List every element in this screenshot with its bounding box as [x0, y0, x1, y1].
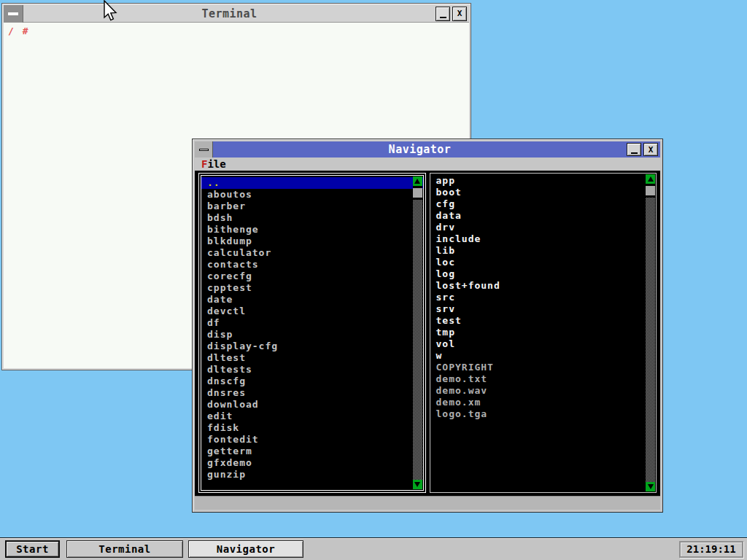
system-menu-icon — [199, 149, 209, 151]
file-item[interactable]: dltest — [201, 352, 423, 364]
menu-item-file[interactable]: File — [201, 158, 226, 170]
right-file-pane[interactable]: appbootcfgdatadrvincludeliblocloglost+fo… — [430, 173, 657, 493]
file-item[interactable]: fontedit — [201, 434, 423, 446]
left-file-pane[interactable]: ..aboutosbarberbdshbithengeblkdumpcalcul… — [198, 173, 426, 493]
scrollbar-track[interactable] — [646, 198, 655, 482]
close-icon: X — [649, 145, 654, 155]
left-pane-scrollbar[interactable] — [413, 176, 422, 489]
file-item[interactable]: lib — [430, 245, 657, 257]
file-item[interactable]: disp — [201, 329, 423, 341]
file-item[interactable]: gunzip — [201, 469, 423, 481]
scrollbar-thumb[interactable] — [646, 186, 655, 195]
file-item[interactable]: include — [430, 233, 657, 245]
scroll-down-button[interactable] — [413, 480, 422, 489]
file-item[interactable]: cpptest — [201, 282, 423, 294]
file-item[interactable]: drv — [430, 222, 657, 233]
arrow-down-icon — [648, 484, 654, 489]
terminal-system-menu-button[interactable] — [4, 5, 23, 23]
file-item[interactable]: date — [201, 294, 423, 306]
file-item[interactable]: fdisk — [201, 422, 423, 434]
navigator-status-strip — [195, 496, 660, 510]
file-item[interactable]: blkdump — [201, 236, 423, 247]
file-item[interactable]: cfg — [430, 198, 657, 210]
left-pane-list: ..aboutosbarberbdshbithengeblkdumpcalcul… — [201, 176, 423, 481]
start-button[interactable]: Start — [5, 540, 60, 558]
file-item[interactable]: demo.wav — [430, 385, 657, 397]
taskbar: Start Terminal Navigator 21:19:11 — [0, 537, 747, 560]
minimize-icon — [631, 152, 638, 154]
file-item[interactable]: data — [430, 210, 657, 222]
file-item[interactable]: barber — [201, 201, 423, 212]
system-menu-icon — [8, 12, 18, 15]
taskbar-item-navigator[interactable]: Navigator — [188, 540, 303, 558]
close-icon: X — [457, 9, 462, 18]
navigator-minimize-button[interactable] — [627, 143, 641, 156]
file-item[interactable]: .. — [201, 177, 423, 189]
menu-bar: File — [195, 158, 660, 171]
navigator-close-button[interactable]: X — [643, 143, 658, 156]
navigator-window: Navigator X File ..aboutosbarberbdshbith… — [192, 139, 663, 513]
file-item[interactable]: tmp — [430, 327, 657, 338]
file-item[interactable]: df — [201, 317, 423, 329]
file-item[interactable]: boot — [430, 187, 657, 198]
file-item[interactable]: devctl — [201, 306, 423, 317]
shell-prompt: / # — [8, 26, 29, 36]
file-item[interactable]: test — [430, 315, 657, 327]
right-pane-list: appbootcfgdatadrvincludeliblocloglost+fo… — [430, 174, 657, 420]
arrow-up-icon — [648, 176, 654, 182]
file-item[interactable]: dnsres — [201, 387, 423, 399]
file-item[interactable]: w — [430, 350, 657, 362]
file-item[interactable]: edit — [201, 411, 423, 422]
file-item[interactable]: log — [430, 268, 657, 280]
file-item[interactable]: dltests — [201, 364, 423, 376]
terminal-close-button[interactable]: X — [452, 7, 467, 21]
file-item[interactable]: demo.txt — [430, 373, 657, 385]
file-item[interactable]: demo.xm — [430, 397, 657, 408]
file-item[interactable]: dnscfg — [201, 376, 423, 387]
file-item[interactable]: srv — [430, 303, 657, 315]
file-item[interactable]: vol — [430, 338, 657, 350]
scroll-up-button[interactable] — [646, 174, 655, 184]
navigator-system-menu-button[interactable] — [195, 141, 213, 158]
file-item[interactable]: corecfg — [201, 271, 423, 282]
scroll-down-button[interactable] — [646, 482, 655, 491]
file-item[interactable]: display-cfg — [201, 341, 423, 352]
terminal-titlebar[interactable]: Terminal X — [4, 5, 469, 23]
file-item[interactable]: calculator — [201, 247, 423, 259]
navigator-titlebar[interactable]: Navigator X — [195, 141, 660, 158]
terminal-minimize-button[interactable] — [436, 7, 450, 21]
file-item[interactable]: app — [430, 175, 657, 187]
file-item[interactable]: logo.tga — [430, 408, 657, 420]
minimize-icon — [440, 17, 446, 18]
file-item[interactable]: src — [430, 292, 657, 303]
arrow-up-icon — [414, 179, 420, 184]
taskbar-clock: 21:19:11 — [679, 541, 743, 558]
terminal-window-title: Terminal — [23, 7, 436, 20]
file-item[interactable]: loc — [430, 257, 657, 268]
scrollbar-track[interactable] — [413, 200, 422, 480]
file-item[interactable]: bithenge — [201, 224, 423, 236]
file-item[interactable]: download — [201, 399, 423, 411]
scroll-up-button[interactable] — [413, 176, 422, 186]
right-pane-scrollbar[interactable] — [646, 174, 655, 491]
navigator-client-area: ..aboutosbarberbdshbithengeblkdumpcalcul… — [195, 171, 660, 496]
file-item[interactable]: bdsh — [201, 212, 423, 224]
file-item[interactable]: COPYRIGHT — [430, 362, 657, 373]
file-item[interactable]: lost+found — [430, 280, 657, 292]
scrollbar-thumb[interactable] — [413, 188, 422, 198]
file-item[interactable]: getterm — [201, 446, 423, 457]
navigator-window-title: Navigator — [213, 143, 627, 156]
taskbar-item-terminal[interactable]: Terminal — [66, 540, 183, 558]
file-item[interactable]: contacts — [201, 259, 423, 271]
arrow-down-icon — [414, 482, 420, 487]
file-item[interactable]: aboutos — [201, 189, 423, 201]
file-item[interactable]: gfxdemo — [201, 457, 423, 469]
